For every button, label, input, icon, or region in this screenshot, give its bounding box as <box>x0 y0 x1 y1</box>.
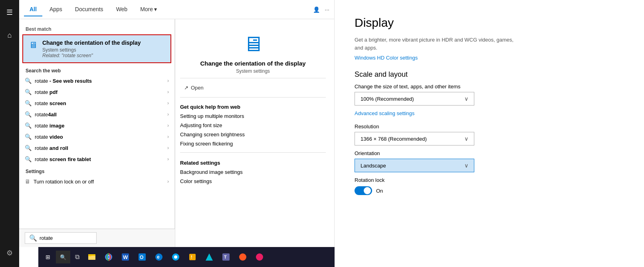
list-item[interactable]: 🔍 rotate image › <box>19 120 174 131</box>
open-button[interactable]: ↗ Open <box>180 82 326 93</box>
hamburger-icon[interactable]: ☰ <box>3 5 16 20</box>
svg-point-5 <box>107 256 110 258</box>
scale-value: 100% (Recommended) <box>361 96 414 102</box>
search-panel: All Apps Documents Web More ▾ 👤 ··· Best… <box>19 0 335 267</box>
rotation-lock-toggle[interactable] <box>355 186 372 195</box>
list-item[interactable]: 🔍 rotate pdf › <box>19 86 174 98</box>
chevron-right-icon: › <box>167 78 169 84</box>
tab-documents[interactable]: Documents <box>69 3 109 16</box>
taskbar-app-chrome[interactable] <box>101 249 116 265</box>
hdr-link[interactable]: Windows HD Color settings <box>355 55 624 61</box>
divider <box>180 152 326 153</box>
rotation-lock-state: On <box>376 188 383 194</box>
taskbar-app-edge[interactable]: e <box>151 249 166 265</box>
best-match-related: Related: "rotate screen" <box>42 53 141 58</box>
toggle-knob <box>364 187 371 194</box>
taskbar: ⊞ 🔍 ⧉ W O e ! T <box>38 247 335 267</box>
help-link-monitors[interactable]: Setting up multiple monitors <box>180 112 326 121</box>
home-icon[interactable]: ⌂ <box>4 28 15 43</box>
scale-dropdown[interactable]: 100% (Recommended) ∨ <box>355 92 474 106</box>
taskbar-app-misc3[interactable] <box>202 249 217 265</box>
best-match-title: Change the orientation of the display <box>42 39 141 46</box>
list-item[interactable]: 🔍 rotate4all › <box>19 109 174 120</box>
chevron-right-icon: › <box>167 145 169 151</box>
result-text: rotate4all <box>35 112 164 118</box>
result-text: rotate screen fire tablet <box>35 156 164 162</box>
quick-help-label: Get quick help from web <box>180 102 326 112</box>
settings-icon[interactable]: ⚙ <box>3 245 16 261</box>
taskbar-app-explorer[interactable] <box>84 249 99 265</box>
best-match-label: Best match <box>19 24 174 34</box>
result-text: rotate image <box>35 123 164 129</box>
open-icon: ↗ <box>184 85 188 91</box>
chevron-right-icon: › <box>167 123 169 128</box>
svg-rect-1 <box>88 256 95 260</box>
taskbar-app-misc4[interactable] <box>235 249 250 265</box>
resolution-dropdown[interactable]: 1366 × 768 (Recommended) ∨ <box>355 132 474 145</box>
search-input-box[interactable]: 🔍 <box>25 232 97 244</box>
detail-icon-area: 🖥 <box>180 24 326 60</box>
divider <box>180 78 326 78</box>
related-link-background[interactable]: Background image settings <box>180 167 326 177</box>
taskbar-app-teams[interactable]: T <box>218 249 234 265</box>
svg-point-19 <box>239 253 246 261</box>
search-the-web-label: Search the web <box>19 64 174 75</box>
display-title: Display <box>355 16 624 30</box>
svg-text:O: O <box>140 255 143 260</box>
taskbar-app-misc2[interactable]: ! <box>185 249 200 265</box>
search-input[interactable] <box>40 235 95 241</box>
list-item[interactable]: 🔍 rotate screen fire tablet › <box>19 153 174 165</box>
detail-panel: 🖥 Change the orientation of the display … <box>175 19 331 267</box>
svg-rect-14 <box>189 254 196 260</box>
sidebar: ☰ ⌂ ⚙ <box>0 0 19 267</box>
result-text: rotate screen <box>35 100 164 106</box>
help-link-brightness[interactable]: Changing screen brightness <box>180 130 326 139</box>
search-icon: 🔍 <box>60 254 66 260</box>
detail-monitor-icon: 🖥 <box>243 32 264 56</box>
rotation-lock-toggle-row: On <box>355 186 624 195</box>
search-icon: 🔍 <box>25 156 32 162</box>
scale-layout-title: Scale and layout <box>355 70 624 79</box>
list-item[interactable]: 🔍 rotate - See web results › <box>19 75 174 86</box>
chevron-right-icon: › <box>167 100 169 106</box>
taskbar-app-misc1[interactable] <box>168 249 183 265</box>
orientation-value: Landscape <box>361 163 386 169</box>
settings-section-label: Settings <box>19 165 174 176</box>
tab-apps[interactable]: Apps <box>44 3 68 16</box>
best-match-subtitle: System settings <box>42 47 141 53</box>
chevron-right-icon: › <box>167 134 169 139</box>
chevron-right-icon: › <box>167 89 169 95</box>
resolution-value: 1366 × 768 (Recommended) <box>361 136 427 142</box>
search-icon: 🔍 <box>25 134 32 140</box>
chevron-right-icon: › <box>167 112 169 117</box>
ellipsis-icon[interactable]: ··· <box>325 6 329 13</box>
tab-more[interactable]: More ▾ <box>135 3 162 16</box>
taskbar-app-misc5[interactable] <box>252 249 267 265</box>
orientation-dropdown[interactable]: Landscape ∨ <box>355 159 474 172</box>
display-panel: Display Get a brighter, more vibrant pic… <box>335 0 644 267</box>
taskbar-app-outlook[interactable]: O <box>135 249 150 265</box>
list-item[interactable]: 🔍 rotate video › <box>19 131 174 142</box>
search-icon: 🔍 <box>25 89 32 95</box>
help-link-font[interactable]: Adjusting font size <box>180 121 326 130</box>
result-text: rotate and roll <box>35 145 164 151</box>
tab-web[interactable]: Web <box>111 3 133 16</box>
svg-point-13 <box>174 255 177 259</box>
advanced-scaling-link[interactable]: Advanced scaling settings <box>355 110 624 116</box>
related-link-color[interactable]: Color settings <box>180 177 326 186</box>
start-button[interactable]: ⊞ <box>42 251 54 263</box>
tab-all[interactable]: All <box>24 3 42 16</box>
result-text: rotate - See web results <box>35 78 164 84</box>
best-match-item[interactable]: 🖥 Change the orientation of the display … <box>22 34 171 63</box>
taskbar-search[interactable]: 🔍 <box>56 251 70 263</box>
list-item[interactable]: 🔍 rotate screen › <box>19 98 174 109</box>
search-bar-bottom: 🔍 <box>19 229 175 247</box>
monitor-small-icon: 🖥 <box>25 178 30 185</box>
detail-subtitle: System settings <box>180 68 326 74</box>
list-item[interactable]: 🔍 rotate and roll › <box>19 142 174 153</box>
task-view-icon[interactable]: ⧉ <box>72 251 83 263</box>
help-link-flicker[interactable]: Fixing screen flickering <box>180 139 326 148</box>
taskbar-app-word[interactable]: W <box>118 249 133 265</box>
monitor-icon: 🖥 <box>29 40 38 50</box>
settings-result-item[interactable]: 🖥 Turn rotation lock on or off › <box>19 176 174 187</box>
